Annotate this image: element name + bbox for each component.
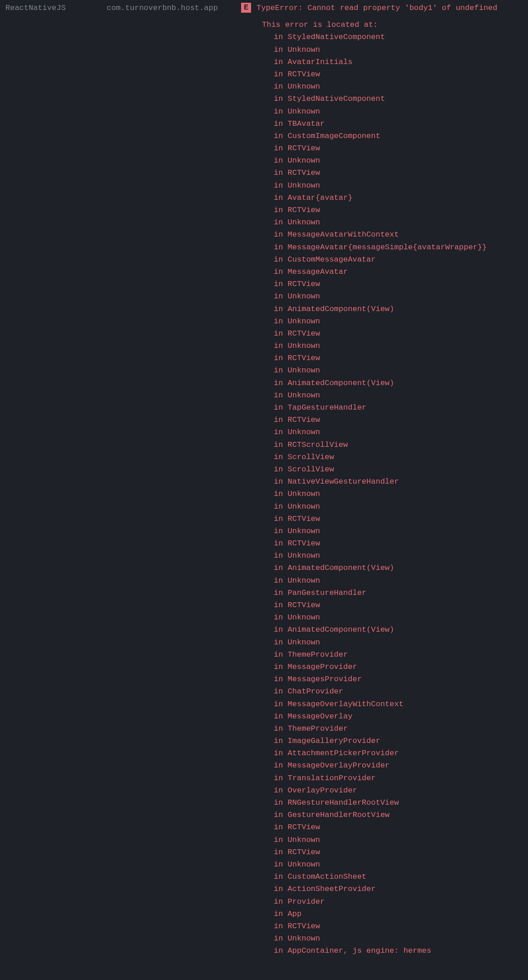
stack-trace-line: in ScrollView [274, 451, 528, 463]
stack-trace-line: in ThemeProvider [274, 648, 528, 661]
stack-trace-line: in RCTView [274, 846, 528, 858]
stack-trace-line: in Unknown [274, 858, 528, 871]
stack-trace-line: in RCTView [274, 278, 528, 290]
stack-trace-line: in MessageOverlay [274, 710, 528, 723]
stack-trace-line: in Provider [274, 896, 528, 908]
stack-trace-line: in MessageAvatar{messageSimple{avatarWra… [274, 241, 528, 253]
stack-trace-list: in StyledNativeComponentin Unknownin Ava… [0, 31, 528, 957]
stack-trace-line: in TranslationProvider [274, 772, 528, 784]
log-tag: ReactNativeJS [0, 2, 107, 14]
stack-trace-line: in RCTView [274, 513, 528, 525]
stack-trace-line: in MessageProvider [274, 661, 528, 673]
log-error-message: TypeError: Cannot read property 'body1' … [251, 2, 528, 14]
stack-trace-line: in RCTView [274, 414, 528, 426]
stack-trace-line: in RCTView [274, 537, 528, 549]
stack-trace-line: in GestureHandlerRootView [274, 809, 528, 821]
stack-trace-line: in Unknown [274, 340, 528, 352]
stack-trace-line: in RCTView [274, 167, 528, 179]
stack-trace-line: in CustomActionSheet [274, 871, 528, 883]
stack-trace-line: in Unknown [274, 574, 528, 587]
stack-trace-line: in Unknown [274, 500, 528, 513]
stack-trace-line: in Unknown [274, 488, 528, 500]
stack-trace-line: in NativeViewGestureHandler [274, 475, 528, 488]
stack-trace-line: in RCTView [274, 204, 528, 216]
stack-trace-line: in AnimatedComponent(View) [274, 624, 528, 636]
stack-trace-line: in Unknown [274, 216, 528, 228]
stack-trace-line: in TBAvatar [274, 118, 528, 130]
stack-trace-line: in RCTView [274, 68, 528, 80]
log-package: com.turnoverbnb.host.app [107, 2, 241, 14]
stack-trace-line: in App [274, 908, 528, 920]
stack-trace-line: in RCTView [274, 327, 528, 340]
stack-trace-line: in Unknown [274, 834, 528, 846]
stack-trace-line: in Unknown [274, 154, 528, 167]
stack-trace-line: in StyledNativeComponent [274, 93, 528, 105]
stack-trace-line: in RCTView [274, 821, 528, 833]
stack-trace-line: in MessageAvatar [274, 266, 528, 278]
stack-trace-line: in Unknown [274, 426, 528, 438]
stack-trace-line: in Avatar{avatar} [274, 192, 528, 204]
stack-trace-line: in Unknown [274, 179, 528, 192]
stack-trace-line: in Unknown [274, 549, 528, 562]
stack-trace-line: in Unknown [274, 932, 528, 945]
log-header-row: ReactNativeJS com.turnoverbnb.host.app E… [0, 0, 528, 14]
stack-trace-line: in TapGestureHandler [274, 401, 528, 414]
stack-trace-line: in Unknown [274, 525, 528, 537]
stack-trace-line: in RCTView [274, 920, 528, 932]
stack-trace-line: in MessagesProvider [274, 673, 528, 685]
stack-trace-line: in Unknown [274, 315, 528, 327]
stack-trace-line: in RNGestureHandlerRootView [274, 797, 528, 809]
stack-trace-line: in ChatProvider [274, 685, 528, 698]
stack-trace-line: in CustomImageComponent [274, 130, 528, 142]
stack-trace-line: in ActionSheetProvider [274, 883, 528, 895]
error-location-heading: This error is located at: [0, 14, 528, 31]
stack-trace-line: in Unknown [274, 636, 528, 648]
stack-trace-line: in AnimatedComponent(View) [274, 562, 528, 574]
stack-trace-line: in Unknown [274, 44, 528, 56]
stack-trace-line: in Unknown [274, 611, 528, 624]
stack-trace-line: in AppContainer, js engine: hermes [274, 945, 528, 957]
stack-trace-line: in AnimatedComponent(View) [274, 303, 528, 315]
stack-trace-line: in CustomMessageAvatar [274, 253, 528, 266]
stack-trace-line: in Unknown [274, 290, 528, 302]
stack-trace-line: in RCTView [274, 142, 528, 154]
stack-trace-line: in RCTScrollView [274, 439, 528, 451]
stack-trace-line: in RCTView [274, 599, 528, 611]
stack-trace-line: in Unknown [274, 364, 528, 376]
stack-trace-line: in RCTView [274, 352, 528, 364]
stack-trace-line: in ScrollView [274, 463, 528, 475]
stack-trace-line: in Unknown [274, 80, 528, 93]
stack-trace-line: in OverlayProvider [274, 784, 528, 797]
stack-trace-line: in AnimatedComponent(View) [274, 377, 528, 389]
stack-trace-line: in ThemeProvider [274, 723, 528, 735]
stack-trace-line: in AvatarInitials [274, 56, 528, 68]
stack-trace-line: in PanGestureHandler [274, 587, 528, 599]
stack-trace-line: in Unknown [274, 105, 528, 118]
stack-trace-line: in AttachmentPickerProvider [274, 747, 528, 759]
stack-trace-line: in MessageOverlayProvider [274, 759, 528, 772]
stack-trace-line: in ImageGalleryProvider [274, 735, 528, 747]
stack-trace-line: in StyledNativeComponent [274, 31, 528, 43]
stack-trace-line: in MessageAvatarWithContext [274, 228, 528, 241]
stack-trace-line: in MessageOverlayWithContext [274, 698, 528, 710]
stack-trace-line: in Unknown [274, 389, 528, 401]
log-level-badge: E [241, 3, 251, 13]
